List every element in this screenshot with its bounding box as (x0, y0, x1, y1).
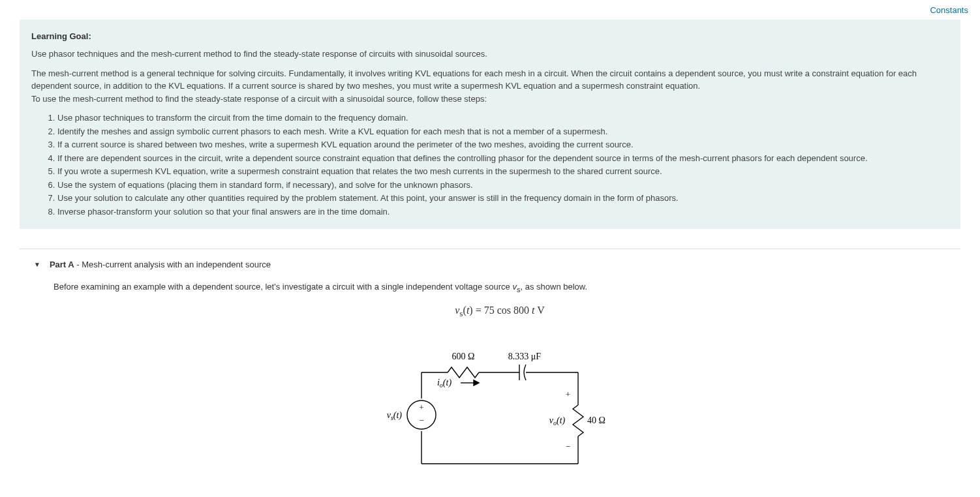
vo-label: vo(t) (549, 415, 566, 427)
part-a-body: Before examining an example with a depen… (20, 280, 960, 498)
collapse-triangle-icon: ▼ (34, 260, 40, 269)
io-label: io(t) (437, 378, 452, 389)
step-item: Use the system of equations (placing the… (57, 179, 949, 192)
learning-goal-panel: Learning Goal: Use phasor techniques and… (20, 20, 960, 230)
vo-plus: + (566, 389, 570, 399)
top-bar: Constants (0, 0, 980, 20)
constants-link[interactable]: Constants (930, 5, 968, 15)
part-a-intro: Before examining an example with a depen… (54, 280, 946, 295)
part-a-title: Part A - Mesh-current analysis with an i… (50, 258, 271, 271)
vo-minus: − (566, 442, 570, 451)
source-minus: − (419, 415, 423, 425)
step-item: Identify the meshes and assign symbolic … (57, 125, 949, 138)
step-item: Use phasor techniques to transform the c… (57, 112, 949, 125)
step-item: If a current source is shared between tw… (57, 138, 949, 151)
learning-goal-description: The mesh-current method is a general tec… (31, 67, 949, 106)
vs-label: vs(t) (387, 410, 403, 421)
capacitor-label: 8.333 μF (508, 352, 542, 361)
learning-goal-intro: Use phasor techniques and the mesh-curre… (31, 48, 949, 61)
step-item: Inverse phasor-transform your solution s… (57, 205, 949, 218)
part-a-section: ▼ Part A - Mesh-current analysis with an… (20, 248, 960, 497)
step-item: Use your solution to calculate any other… (57, 192, 949, 205)
svg-marker-11 (474, 380, 479, 385)
circuit-svg: + − vs(t) 600 Ω 8.333 μF io(t) + − vo(t) (382, 340, 617, 477)
learning-goal-heading: Learning Goal: (31, 30, 949, 43)
source-plus: + (419, 402, 423, 412)
part-a-header[interactable]: ▼ Part A - Mesh-current analysis with an… (20, 249, 960, 280)
resistor-label: 600 Ω (452, 352, 475, 361)
circuit-diagram: + − vs(t) 600 Ω 8.333 μF io(t) + − vo(t) (54, 340, 946, 477)
current-arrow-icon (461, 380, 479, 385)
step-item: If you wrote a supermesh KVL equation, w… (57, 165, 949, 178)
step-item: If there are dependent sources in the ci… (57, 152, 949, 165)
learning-goal-steps: Use phasor techniques to transform the c… (31, 112, 949, 218)
load-label: 40 Ω (587, 415, 605, 425)
part-a-equation: vs(t) = 75 cos 800 t V (54, 303, 946, 320)
